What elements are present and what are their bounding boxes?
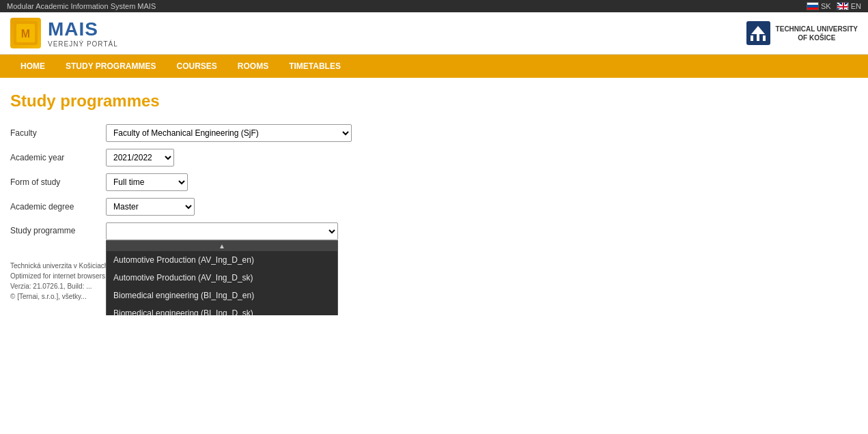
sk-flag-icon <box>807 2 819 10</box>
academic-degree-select[interactable]: Master <box>106 198 195 216</box>
academic-degree-row: Academic degree Master <box>10 198 858 216</box>
mais-logo-icon: M <box>10 18 41 48</box>
content-area: Study programmes Faculty Faculty of Mech… <box>0 78 868 315</box>
nav-bar: HOME STUDY PROGRAMMES COURSES ROOMS TIME… <box>0 55 868 78</box>
academic-year-label: Academic year <box>10 153 106 162</box>
app-title: Modular Academic Information System MAIS <box>7 2 156 10</box>
page-title: Study programmes <box>10 91 858 111</box>
lang-sk[interactable]: SK <box>807 2 831 10</box>
dropdown-item-bi-en[interactable]: Biomedical engineering (BI_Ing_D_en) <box>107 287 337 304</box>
study-programme-label: Study programme <box>10 222 106 235</box>
dropdown-item-bi-sk[interactable]: Biomedical engineering (BI_Ing_D_sk) <box>107 304 337 315</box>
mais-wordmark: MAIS <box>48 18 118 40</box>
form-of-study-select[interactable]: Full time <box>106 173 188 191</box>
university-icon <box>746 21 770 45</box>
academic-year-select[interactable]: 2021/2022 <box>106 149 174 167</box>
svg-text:M: M <box>21 28 30 40</box>
portal-label: VEREJNÝ PORTÁL <box>48 40 118 48</box>
academic-degree-label: Academic degree <box>10 202 106 212</box>
academic-year-row: Academic year 2021/2022 <box>10 149 858 167</box>
faculty-row: Faculty Faculty of Mechanical Engineerin… <box>10 124 858 142</box>
dropdown-item-av-en[interactable]: Automotive Production (AV_Ing_D_en) <box>107 251 337 269</box>
nav-home[interactable]: HOME <box>10 55 55 78</box>
svg-rect-6 <box>837 6 849 8</box>
logo-text: MAIS VEREJNÝ PORTÁL <box>48 18 118 48</box>
study-programme-dropdown-list: ▲ Automotive Production (AV_Ing_D_en)Aut… <box>106 240 338 315</box>
form-of-study-row: Form of study Full time <box>10 173 858 191</box>
faculty-label: Faculty <box>10 128 106 138</box>
en-flag-icon <box>837 2 849 10</box>
dropdown-items-container[interactable]: Automotive Production (AV_Ing_D_en)Autom… <box>107 251 337 315</box>
form-of-study-label: Form of study <box>10 177 106 187</box>
dropdown-item-av-sk[interactable]: Automotive Production (AV_Ing_D_sk) <box>107 269 337 287</box>
faculty-select[interactable]: Faculty of Mechanical Engineering (SjF) <box>106 124 352 142</box>
dropdown-scroll-up[interactable]: ▲ <box>107 241 337 251</box>
study-programme-row: Study programme ▲ Automotive Production … <box>10 222 858 240</box>
study-programme-dropdown-container: ▲ Automotive Production (AV_Ing_D_en)Aut… <box>106 222 338 240</box>
lang-en[interactable]: EN <box>837 2 861 10</box>
university-logo: TECHNICAL UNIVERSITY OF KOŠICE <box>746 21 858 45</box>
en-label: EN <box>851 2 861 10</box>
nav-timetables[interactable]: TIMETABLES <box>279 55 351 78</box>
nav-courses[interactable]: COURSES <box>166 55 227 78</box>
top-bar: Modular Academic Information System MAIS… <box>0 0 868 12</box>
university-name: TECHNICAL UNIVERSITY OF KOŠICE <box>776 25 858 42</box>
logo-area: M MAIS VEREJNÝ PORTÁL <box>10 18 118 48</box>
nav-study-programmes[interactable]: STUDY PROGRAMMES <box>55 55 166 78</box>
svg-rect-13 <box>763 35 766 41</box>
svg-rect-11 <box>751 35 753 41</box>
header: M MAIS VEREJNÝ PORTÁL TECHNICAL UNIVERSI… <box>0 12 868 55</box>
language-switcher[interactable]: SK EN <box>807 2 861 10</box>
sk-label: SK <box>821 2 831 10</box>
nav-rooms[interactable]: ROOMS <box>227 55 279 78</box>
study-programme-select[interactable] <box>106 222 338 240</box>
